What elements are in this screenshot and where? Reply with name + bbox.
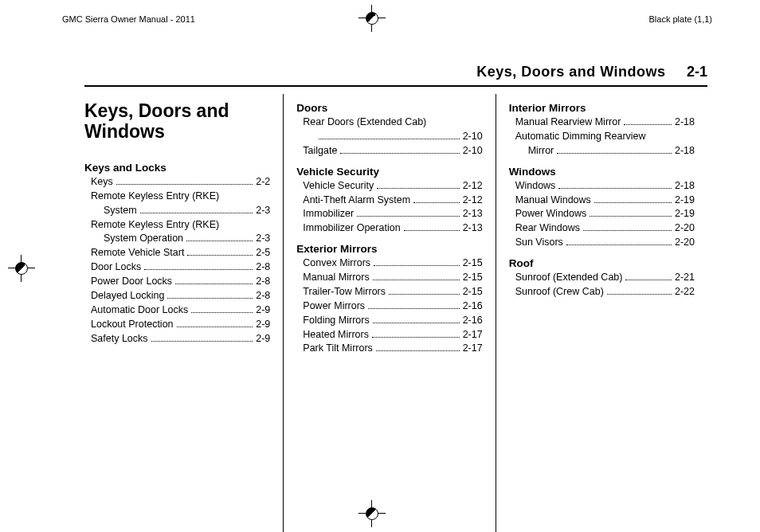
toc-entry-label: Automatic Door Locks <box>91 303 188 317</box>
section-body-exterior-mirrors: Convex Mirrors2-15Manual Mirrors2-15Trai… <box>296 256 482 355</box>
toc-entry: Door Locks2-8 <box>84 260 270 274</box>
toc-entry-label: Sun Visors <box>515 236 563 249</box>
toc-entry: Rear Doors (Extended Cab) <box>296 115 482 129</box>
toc-leader-dots <box>175 284 253 284</box>
toc-entry-label: Sunroof (Crew Cab) <box>515 285 604 299</box>
toc-leader-dots <box>624 124 672 125</box>
toc-leader-dots <box>558 188 672 189</box>
toc-entry-label: Trailer-Tow Mirrors <box>303 285 386 299</box>
toc-entry: Heated Mirrors2-17 <box>296 328 482 342</box>
toc-entry-label: Park Tilt Mirrors <box>303 342 373 355</box>
toc-entry: Windows2-18 <box>509 179 695 193</box>
toc-entry-page: 2-10 <box>463 144 483 158</box>
toc-entry: 2-10 <box>296 130 482 143</box>
toc-entry-page: 2-17 <box>463 328 483 342</box>
toc-entry-label: System Operation <box>91 232 183 245</box>
toc-entry-label: Convex Mirrors <box>303 256 370 270</box>
toc-entry: Power Mirrors2-16 <box>296 299 482 313</box>
toc-entry-label: Delayed Locking <box>91 289 164 303</box>
toc-leader-dots <box>590 216 672 217</box>
toc-leader-dots <box>372 337 460 338</box>
toc-leader-dots <box>167 298 253 299</box>
toc-entry-label: Mirror <box>515 144 554 158</box>
toc-entry-page: 2-20 <box>675 221 695 235</box>
toc-entry: Sunroof (Extended Cab)2-21 <box>509 271 695 284</box>
toc-entry: Trailer-Tow Mirrors2-15 <box>296 285 482 299</box>
toc-entry-label: Anti-Theft Alarm System <box>303 194 410 207</box>
toc-entry: Automatic Dimming Rearview <box>509 130 695 143</box>
toc-entry: Convex Mirrors2-15 <box>296 256 482 270</box>
toc-column-2: Doors Rear Doors (Extended Cab)2-10Tailg… <box>283 94 495 532</box>
toc-entry-page: 2-16 <box>463 314 483 327</box>
section-body-roof: Sunroof (Extended Cab)2-21Sunroof (Crew … <box>509 271 695 299</box>
toc-leader-dots <box>566 244 672 245</box>
toc-entry: Tailgate2-10 <box>296 144 482 158</box>
toc-entry-page: 2-9 <box>256 303 270 317</box>
toc-entry-label: Power Door Locks <box>91 275 172 288</box>
toc-entry: Safety Locks2-9 <box>84 332 270 346</box>
plate-info: Black plate (1,1) <box>649 14 712 24</box>
toc-entry-page: 2-20 <box>675 236 695 249</box>
registration-mark-left <box>8 255 35 282</box>
section-head-windows: Windows <box>509 166 695 178</box>
toc-entry-label: Automatic Dimming Rearview <box>515 130 646 143</box>
toc-entry: Manual Rearview Mirror2-18 <box>509 115 695 129</box>
running-header: Keys, Doors and Windows 2-1 <box>84 64 707 87</box>
toc-entry-label: Immobilizer <box>303 207 354 221</box>
toc-entry-label: Remote Keyless Entry (RKE) <box>91 218 219 232</box>
toc-leader-dots <box>607 294 672 295</box>
toc-leader-dots <box>151 341 253 342</box>
toc-entry: Anti-Theft Alarm System2-12 <box>296 194 482 207</box>
running-header-title: Keys, Doors and Windows <box>476 64 665 80</box>
toc-leader-dots <box>389 294 460 295</box>
toc-entry: Folding Mirrors2-16 <box>296 314 482 327</box>
toc-entry-page: 2-8 <box>256 260 270 274</box>
section-body-windows: Windows2-18Manual Windows2-19Power Windo… <box>509 179 695 249</box>
toc-leader-dots <box>373 280 460 280</box>
toc-leader-dots <box>377 188 459 189</box>
toc-entry-label: Windows <box>515 179 556 193</box>
section-head-doors: Doors <box>296 102 482 114</box>
toc-entry-label: Manual Rearview Mirror <box>515 115 621 129</box>
print-strip: GMC Sierra Owner Manual - 2011 Black pla… <box>62 14 712 30</box>
toc-entry-page: 2-9 <box>256 318 270 331</box>
section-body-vehicle-security: Vehicle Security2-12Anti-Theft Alarm Sys… <box>296 179 482 236</box>
toc-entry: System Operation2-3 <box>84 232 270 245</box>
toc-leader-dots <box>116 184 253 185</box>
toc-entry-page: 2-5 <box>256 246 270 260</box>
toc-leader-dots <box>625 280 671 280</box>
section-body-keys-and-locks: Keys2-2Remote Keyless Entry (RKE)System2… <box>84 175 270 346</box>
toc-leader-dots <box>140 213 253 213</box>
toc-entry-label: Safety Locks <box>91 332 148 346</box>
toc-leader-dots <box>404 230 460 231</box>
toc-entry-label: Power Windows <box>515 207 587 221</box>
toc-leader-dots <box>186 241 253 241</box>
toc-leader-dots <box>583 230 672 231</box>
toc-leader-dots <box>144 269 253 270</box>
toc-entry: Power Windows2-19 <box>509 207 695 221</box>
toc-entry: Manual Mirrors2-15 <box>296 271 482 284</box>
toc-leader-dots <box>177 327 253 327</box>
toc-entry-page: 2-17 <box>463 342 483 355</box>
section-body-interior-mirrors: Manual Rearview Mirror2-18Automatic Dimm… <box>509 115 695 158</box>
toc-entry-label: Power Mirrors <box>303 299 365 313</box>
toc-leader-dots <box>340 153 459 154</box>
toc-entry-label: Manual Mirrors <box>303 271 369 284</box>
toc-leader-dots <box>594 202 672 203</box>
toc-entry-page: 2-19 <box>675 194 695 207</box>
toc-entry-label: Door Locks <box>91 260 141 274</box>
toc-entry: Sun Visors2-20 <box>509 236 695 249</box>
toc-entry-label: Manual Windows <box>515 194 591 207</box>
toc-entry: Rear Windows2-20 <box>509 221 695 235</box>
toc-entry: Keys2-2 <box>84 175 270 189</box>
toc-entry-label: Rear Doors (Extended Cab) <box>303 115 426 129</box>
section-head-keys-and-locks: Keys and Locks <box>84 162 270 174</box>
toc-entry: Remote Keyless Entry (RKE) <box>84 190 270 203</box>
toc-entry-label: Vehicle Security <box>303 179 374 193</box>
toc-entry-page: 2-2 <box>256 175 270 189</box>
running-header-page: 2-1 <box>687 64 707 80</box>
toc-column-1: Keys, Doors and Windows Keys and Locks K… <box>84 94 283 532</box>
toc-entry-page: 2-15 <box>463 256 483 270</box>
toc-entry: Lockout Protection2-9 <box>84 318 270 331</box>
toc-entry: Sunroof (Crew Cab)2-22 <box>509 285 695 299</box>
